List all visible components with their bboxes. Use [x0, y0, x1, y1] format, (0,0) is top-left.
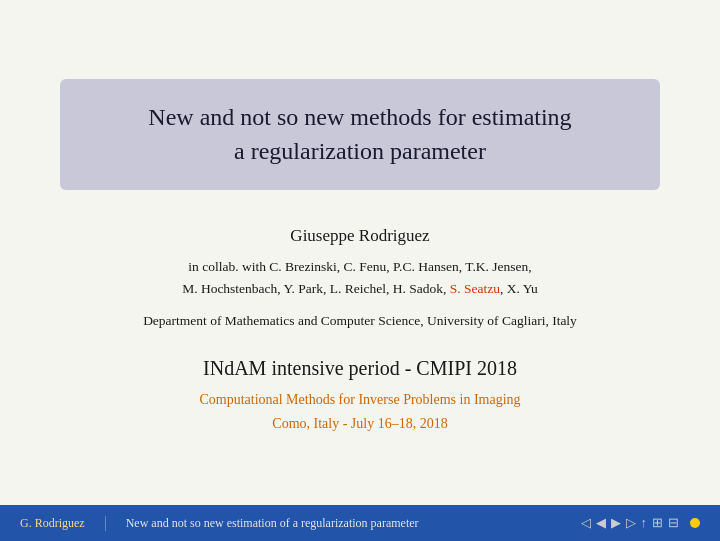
nav-dot-indicator [690, 518, 700, 528]
title-line1: New and not so new methods for estimatin… [148, 104, 571, 130]
event-subtitle-line2: Como, Italy - July 16–18, 2018 [272, 416, 447, 431]
nav-next-icon[interactable]: ▶ [611, 515, 621, 531]
footer-author: G. Rodriguez [20, 516, 106, 531]
title-box: New and not so new methods for estimatin… [60, 79, 660, 190]
nav-icons[interactable]: ◁ ◀ ▶ ▷ ↑ ⊞ ⊟ [581, 515, 701, 531]
event-subtitle-line1: Computational Methods for Inverse Proble… [199, 392, 520, 407]
nav-collapse-icon[interactable]: ⊟ [668, 515, 679, 531]
bottom-bar: G. Rodriguez New and not so new estimati… [0, 505, 720, 541]
collab-line1: in collab. with C. Brezinski, C. Fenu, P… [188, 259, 531, 274]
nav-first-icon[interactable]: ◁ [581, 515, 591, 531]
nav-expand-icon[interactable]: ⊞ [652, 515, 663, 531]
nav-last-icon[interactable]: ▷ [626, 515, 636, 531]
collaborators: in collab. with C. Brezinski, C. Fenu, P… [182, 256, 538, 299]
collab-highlight: S. Seatzu [450, 281, 500, 296]
footer-title: New and not so new estimation of a regul… [126, 516, 581, 531]
collab-line2-before: M. Hochstenbach, Y. Park, L. Reichel, H.… [182, 281, 450, 296]
event-subtitle: Computational Methods for Inverse Proble… [199, 388, 520, 436]
nav-prev-icon[interactable]: ◀ [596, 515, 606, 531]
title-line2: a regularization parameter [234, 138, 486, 164]
event-title: INdAM intensive period - CMIPI 2018 [203, 357, 517, 380]
author-name: Giuseppe Rodriguez [290, 226, 429, 246]
nav-up-icon[interactable]: ↑ [641, 515, 648, 531]
main-content: New and not so new methods for estimatin… [0, 0, 720, 505]
title-text: New and not so new methods for estimatin… [100, 101, 620, 168]
department: Department of Mathematics and Computer S… [143, 313, 577, 329]
collab-line2-after: , X. Yu [500, 281, 538, 296]
